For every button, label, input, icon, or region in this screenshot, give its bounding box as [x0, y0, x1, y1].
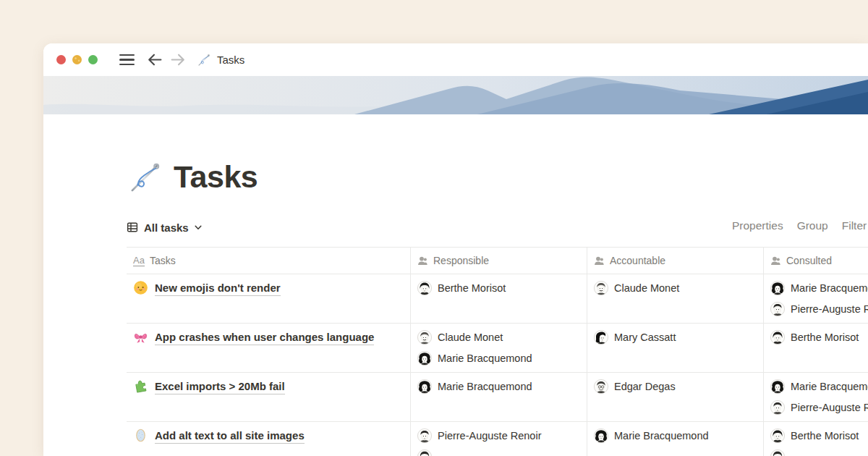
- consulted-cell[interactable]: Berthe Morisot: [764, 324, 868, 372]
- sewing-needle-icon[interactable]: [129, 160, 163, 194]
- zoom-window-button[interactable]: [88, 55, 98, 64]
- page-content: Tasks All tasks Properties Group Filter …: [43, 158, 868, 456]
- filter-button[interactable]: Filter: [842, 219, 867, 232]
- avatar-marie-bracquemond: [770, 281, 785, 295]
- consulted-cell[interactable]: Marie Bracquemond Pierre-Auguste Renoir: [764, 274, 868, 323]
- column-header-responsible[interactable]: Responsible: [411, 248, 587, 274]
- person-property-icon: [594, 256, 605, 266]
- task-cell: App crashes when user changes language: [127, 324, 411, 372]
- page-title: Tasks: [174, 159, 258, 195]
- tasks-table: Aa Tasks Responsible Accountable Consult…: [127, 247, 868, 456]
- avatar-partial: [417, 449, 432, 456]
- responsible-cell[interactable]: Claude Monet Marie Bracquemond: [411, 324, 587, 372]
- face-emoji-icon: [133, 280, 148, 295]
- person-property-icon: [417, 256, 428, 266]
- responsible-cell[interactable]: Pierre-Auguste Renoir: [411, 422, 587, 456]
- column-header-consulted[interactable]: Consulted: [764, 248, 868, 274]
- task-cell: Excel imports > 20Mb fail: [127, 373, 411, 421]
- view-toolbar: All tasks Properties Group Filter: [127, 216, 868, 239]
- table-options-menu: Properties Group Filter: [732, 219, 867, 232]
- sewing-needle-icon: [197, 53, 211, 67]
- table-row: App crashes when user changes language C…: [127, 324, 868, 373]
- properties-button[interactable]: Properties: [732, 219, 783, 232]
- avatar-berthe-morisot: [770, 428, 785, 443]
- browser-window: Tasks Tasks All tasks Properties Gr: [43, 43, 868, 456]
- page-cover-image: [43, 76, 868, 114]
- page-header: Tasks: [129, 158, 868, 195]
- ribbon-emoji-icon: [133, 329, 148, 345]
- task-title-link[interactable]: Add alt text to all site images: [155, 428, 305, 444]
- avatar-edgar-degas: [594, 379, 608, 394]
- table-row: Add alt text to all site images Pierre-A…: [127, 422, 868, 456]
- forward-arrow-icon[interactable]: [170, 51, 187, 68]
- column-header-tasks[interactable]: Aa Tasks: [127, 248, 411, 274]
- task-title-link[interactable]: Excel imports > 20Mb fail: [155, 379, 285, 394]
- avatar-partial: [770, 449, 785, 456]
- accountable-cell[interactable]: Mary Cassatt: [587, 324, 764, 372]
- avatar-claude-monet: [594, 281, 608, 295]
- avatar-mary-cassatt: [594, 330, 608, 345]
- minimize-window-button[interactable]: [72, 55, 82, 64]
- browser-chrome: Tasks: [43, 43, 868, 76]
- traffic-lights: [56, 55, 98, 64]
- table-row: New emojis don't render Berthe Morisot C…: [127, 274, 868, 324]
- responsible-cell[interactable]: Berthe Morisot: [411, 274, 587, 323]
- column-header-accountable[interactable]: Accountable: [587, 248, 764, 274]
- egg-emoji-icon: [133, 428, 148, 443]
- breadcrumb-page-title: Tasks: [217, 54, 244, 66]
- avatar-pierre-auguste-renoir: [770, 302, 785, 316]
- person-property-icon: [770, 256, 781, 266]
- close-window-button[interactable]: [56, 55, 66, 64]
- task-cell: Add alt text to all site images: [127, 422, 411, 456]
- task-cell: New emojis don't render: [127, 274, 411, 323]
- menu-icon[interactable]: [119, 54, 135, 66]
- avatar-marie-bracquemond: [594, 428, 608, 443]
- chevron-down-icon: [195, 225, 202, 230]
- consulted-cell[interactable]: Marie Bracquemond Pierre-Auguste Renoir: [764, 373, 868, 421]
- avatar-berthe-morisot: [770, 330, 785, 345]
- task-title-link[interactable]: New emojis don't render: [155, 281, 281, 296]
- table-row: Excel imports > 20Mb fail Marie Bracquem…: [127, 373, 868, 422]
- table-view-icon: [127, 221, 138, 233]
- avatar-marie-bracquemond: [417, 351, 432, 366]
- accountable-cell[interactable]: Marie Bracquemond: [587, 422, 764, 456]
- view-switcher-button[interactable]: All tasks: [127, 221, 202, 234]
- avatar-claude-monet: [417, 330, 432, 345]
- task-title-link[interactable]: App crashes when user changes language: [155, 330, 374, 345]
- text-property-icon: Aa: [133, 256, 145, 266]
- responsible-cell[interactable]: Marie Bracquemond: [411, 373, 587, 421]
- group-button[interactable]: Group: [797, 219, 828, 232]
- avatar-marie-bracquemond: [417, 379, 432, 394]
- consulted-cell[interactable]: Berthe Morisot: [764, 422, 868, 456]
- avatar-marie-bracquemond: [770, 379, 785, 394]
- back-arrow-icon[interactable]: [146, 51, 163, 68]
- accountable-cell[interactable]: Claude Monet: [587, 274, 764, 323]
- avatar-berthe-morisot: [417, 281, 432, 295]
- puzzle-emoji-icon: [133, 379, 148, 394]
- table-header-row: Aa Tasks Responsible Accountable Consult…: [127, 247, 868, 274]
- view-name: All tasks: [144, 221, 189, 234]
- avatar-pierre-auguste-renoir: [417, 428, 432, 443]
- avatar-pierre-auguste-renoir: [770, 400, 785, 415]
- accountable-cell[interactable]: Edgar Degas: [587, 373, 764, 421]
